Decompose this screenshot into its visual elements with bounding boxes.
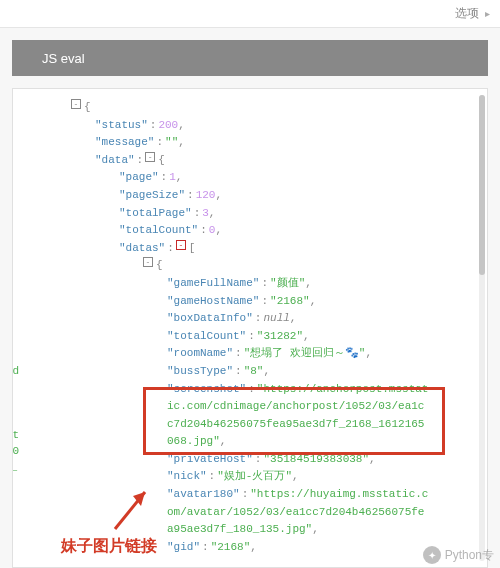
edge-text: st.msst [12, 427, 19, 445]
options-link[interactable]: 选项 [455, 5, 479, 22]
watermark: ✦ Python专 [423, 546, 494, 564]
collapse-icon[interactable]: - [143, 257, 153, 267]
collapse-icon[interactable]: - [71, 99, 81, 109]
json-content: d83d\ud st.msst 1052\/0 f_2168_ sstatic … [13, 89, 487, 566]
json-viewer: d83d\ud st.msst 1052\/0 f_2168_ sstatic … [12, 88, 488, 568]
annotation-label: 妹子图片链接 [61, 533, 157, 559]
edge-text: d83d\ud [12, 363, 19, 381]
scrollbar-thumb[interactable] [479, 95, 485, 275]
scrollbar[interactable] [479, 95, 485, 561]
wechat-icon: ✦ [423, 546, 441, 564]
collapse-icon[interactable]: - [145, 152, 155, 162]
edge-text: f_2168_ [12, 459, 17, 477]
chevron-right-icon: ▸ [485, 8, 490, 19]
top-bar: 选项 ▸ [0, 0, 500, 28]
collapse-icon[interactable]: - [176, 240, 186, 250]
section-title: JS eval [42, 51, 85, 66]
edge-text: 1052\/0 [12, 443, 19, 461]
section-header: JS eval [12, 40, 488, 76]
watermark-text: Python专 [445, 547, 494, 564]
